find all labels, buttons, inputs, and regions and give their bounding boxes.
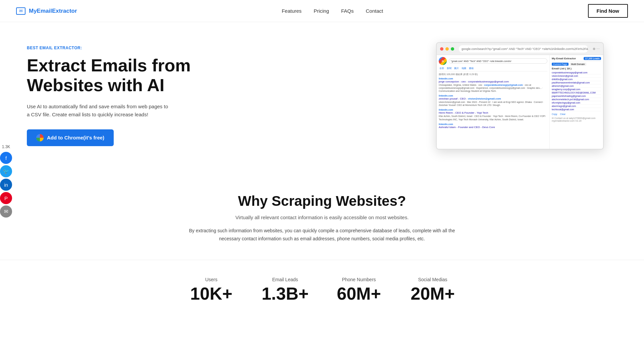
twitter-share-button[interactable]: 🐦 xyxy=(0,165,12,177)
tab-all: 全部 xyxy=(439,66,445,70)
version-info: myemailextractor.com V2.19 xyxy=(552,120,601,122)
nav-contact[interactable]: Contact xyxy=(366,8,383,14)
browser-mockup-container: google.com/search?q="gmail.com" AND "Tec… xyxy=(436,42,604,149)
browser-content: G "gmail.com" AND "Tech" AND "CEO" +site… xyxy=(437,55,603,149)
nav-features[interactable]: Features xyxy=(282,8,302,14)
clear-link[interactable]: Clear xyxy=(560,113,566,115)
email-list-item: paulthomaseventrentals@gmail.com xyxy=(552,81,601,84)
add-to-chrome-button[interactable]: Add to Chrome(it's free) xyxy=(27,129,114,146)
copy-link[interactable]: Copy xyxy=(552,113,557,115)
search-results-area: G "gmail.com" AND "Tech" AND "CEO" +site… xyxy=(437,55,549,149)
browser-bar: google.com/search?q="gmail.com" AND "Tec… xyxy=(437,43,603,55)
email-list-item: vision2vision@gmail.com xyxy=(552,74,601,78)
stats-section: Users 10K+ Email Leads 1.3B+ Phone Numbe… xyxy=(0,260,644,316)
browser-close-dot xyxy=(440,47,443,51)
logo-link[interactable]: MyEmailExtractor xyxy=(16,7,77,15)
logo-text: MyEmailExtractor xyxy=(29,8,77,14)
stat-users-value: 10K+ xyxy=(174,285,248,302)
stat-phone-numbers: Phone Numbers 60M+ xyxy=(322,277,396,302)
tab-news: 新聞 xyxy=(446,66,452,70)
logo-icon xyxy=(16,7,25,15)
google-search-bar: "gmail.com" AND "Tech" AND "CEO" +site:l… xyxy=(449,58,547,64)
ext-tab-multi: Multi Domain xyxy=(570,63,586,66)
email-list-item: techlocal@gmail.com xyxy=(552,108,601,111)
result-item-4: linkedin.com Ashraful Islam - Founder an… xyxy=(439,123,547,129)
email-list-item: corporatebusinessgrp@gmail.com xyxy=(552,71,601,74)
facebook-share-button[interactable]: f xyxy=(0,152,12,164)
stat-phone-numbers-value: 60M+ xyxy=(322,285,396,302)
find-now-button[interactable]: Find Now xyxy=(588,4,628,18)
stat-users-label: Users xyxy=(174,277,248,282)
stat-social-medias-label: Social Medias xyxy=(396,277,470,282)
pinterest-share-button[interactable]: P xyxy=(0,192,12,204)
email-list-header: Email List ( 18 ) xyxy=(552,67,601,70)
result-item-1: linkedin.com jorge concepcion - ceo - co… xyxy=(439,77,547,93)
email-list-item: paperworkfortrading@gmail.com xyxy=(552,95,601,98)
why-title: Why Scraping Websites? xyxy=(54,193,590,209)
ext-tab-current: Current Page xyxy=(552,63,569,66)
leads-badge: 17,100 Leads xyxy=(584,57,601,60)
email-list-item: aborrinsgn@gmail.com xyxy=(552,105,601,108)
navbar: MyEmailExtractor Features Pricing FAQs C… xyxy=(0,0,644,22)
tab-images: 圖片 xyxy=(453,66,460,70)
extension-header: My Email Extractor 17,100 Leads xyxy=(552,57,601,61)
social-sidebar: 1.3K f 🐦 in P ✉ xyxy=(0,142,12,220)
email-list-item: alechromeletech.pvt.ltd@gmail.com xyxy=(552,98,601,101)
email-list-item: drik80o@gmail.com xyxy=(552,78,601,81)
extension-tabs: Current Page Multi Domain xyxy=(552,63,601,66)
stat-email-leads-label: Email Leads xyxy=(248,277,322,282)
hero-content: BEST EMAIL EXTRACTOR: Extract Emails fro… xyxy=(27,46,201,146)
browser-minimize-dot xyxy=(445,47,449,51)
tab-maps: 地圖 xyxy=(461,66,467,70)
cta-label: Add to Chrome(it's free) xyxy=(47,135,104,140)
hero-section: BEST EMAIL EXTRACTOR: Extract Emails fro… xyxy=(0,22,644,170)
result-item-3: linkedin.com Hemi Reem - CEO & Founder -… xyxy=(439,109,547,121)
browser-mockup: google.com/search?q="gmail.com" AND "Tec… xyxy=(436,42,604,149)
why-subtitle: Virtually all relevant contact informati… xyxy=(54,215,590,220)
hero-description: Use AI to automatically find and save em… xyxy=(27,103,171,119)
contact-link: ✉ Contact us at aaly1270600@gmail.com xyxy=(552,117,601,120)
stat-social-medias: Social Medias 20M+ xyxy=(396,277,470,302)
stat-users: Users 10K+ xyxy=(174,277,248,302)
social-count: 1.3K xyxy=(2,144,10,149)
google-logo: G xyxy=(439,57,447,65)
extension-panel: My Email Extractor 17,100 Leads Current … xyxy=(549,55,603,149)
search-tabs: 全部 新聞 圖片 地圖 書籍 xyxy=(439,66,547,71)
why-description: By extracting such information from webs… xyxy=(178,227,466,243)
browser-url: google.com/search?q="gmail.com" AND "Tec… xyxy=(459,45,588,53)
hero-title: Extract Emails from Websites with AI xyxy=(27,56,201,95)
chrome-icon xyxy=(36,134,44,141)
why-section: Why Scraping Websites? Virtually all rel… xyxy=(0,170,644,260)
tab-books: 書籍 xyxy=(468,66,474,70)
email-list-item: efcrmlytechgrp@gmail.com xyxy=(552,101,601,105)
email-list-item: wragberry.corp@gmail.com xyxy=(552,88,601,91)
result-item-2: linkedin.com zeeshan.yousaf - CEO - visi… xyxy=(439,95,547,107)
nav-pricing[interactable]: Pricing xyxy=(314,8,329,14)
nav-faqs[interactable]: FAQs xyxy=(341,8,354,14)
stat-social-medias-value: 20M+ xyxy=(396,285,470,302)
hero-badge: BEST EMAIL EXTRACTOR: xyxy=(27,46,201,50)
nav-links: Features Pricing FAQs Contact xyxy=(282,8,383,14)
result-count: 搜尋到 109,000 個結果 (約需 0.29 秒) xyxy=(439,73,547,76)
email-list-item: athenich@gmail.com xyxy=(552,84,601,88)
email-list: corporatebusinessgrp@gmail.comvision2vis… xyxy=(552,71,601,111)
stat-phone-numbers-label: Phone Numbers xyxy=(322,277,396,282)
email-list-item: 88ARTTECHNOLOGY.IND@GMAIL.COM xyxy=(552,91,601,95)
linkedin-share-button[interactable]: in xyxy=(0,179,12,191)
stat-email-leads-value: 1.3B+ xyxy=(248,285,322,302)
stat-email-leads: Email Leads 1.3B+ xyxy=(248,277,322,302)
email-share-button[interactable]: ✉ xyxy=(0,205,12,218)
browser-maximize-dot xyxy=(451,47,454,51)
